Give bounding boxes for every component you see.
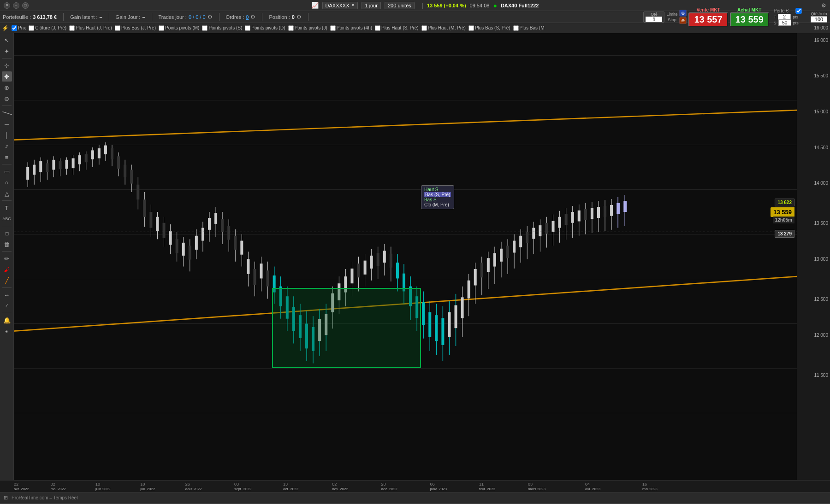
current-price: 13 559 (+0,04 %) [427,3,466,8]
polygon-tool[interactable]: △ [2,188,12,199]
trades-jour-value: 0 / 0 / 0 [189,14,206,20]
line-tool[interactable]: ╲ [0,105,14,120]
svg-rect-126 [396,263,399,278]
channel-tool[interactable]: ⫽ [2,141,12,151]
svg-rect-176 [558,217,561,228]
measure-tool[interactable]: ↔ [2,290,12,300]
symbol-selector[interactable]: DAXXXXX ▼ [322,2,358,9]
alarm-tool[interactable]: 🔔 [2,315,12,325]
ind-pivots-j[interactable]: Points pivots (J) [288,25,327,31]
position-settings-icon[interactable]: ⚙ [296,14,302,20]
pencil-tool[interactable]: ✏ [2,253,12,264]
pen-tool[interactable]: ╱ [2,275,12,286]
ind-plus-haut-s[interactable]: Plus Haut (S, Pré) [375,25,419,31]
units-selector[interactable]: 200 unités [385,2,415,9]
ellipse-tool[interactable]: ○ [2,177,12,188]
price-badge-current: 13 559 [771,207,794,217]
ind-prix[interactable]: Prix [12,25,26,31]
svg-rect-112 [350,269,353,283]
price-tick-14000: 14 000 [814,181,828,186]
svg-rect-58 [176,239,178,253]
perte-t-input[interactable] [778,14,791,20]
svg-rect-170 [539,225,541,236]
limit-stop-box: Limite Stop [666,12,677,22]
date-tick-sep22: 03sept. 2022 [234,482,251,491]
ind-pivots-4h[interactable]: Points pivots (4h) [330,25,372,31]
fib-tool[interactable]: ≡ [2,152,12,162]
angle-tool[interactable]: ∠ [2,301,12,311]
price-badge-time: 12h05m [773,217,794,223]
price-tick-13500: 13 500 [814,221,828,226]
stop-btn[interactable]: ⊕ [679,17,687,24]
ind-plus-bas-j[interactable]: Plus Bas (J, Pré) [115,25,156,31]
ind-plus-bas-m[interactable]: Plus Bas (M [513,25,545,31]
ind-plus-haut-m[interactable]: Plus Haut (M, Pré) [421,25,466,31]
bottom-bar: ⊞ ProRealTime.com – Temps Réel [0,492,830,503]
date-tick-mai22: 02mai 2022 [51,482,66,491]
close-btn[interactable]: ✕ [4,2,10,9]
price-tick-16000: 16 000 [814,38,828,43]
market-name: DAX40 Full1222 [501,3,539,8]
ordres-settings-icon[interactable]: ⚙ [250,14,255,20]
svg-rect-154 [487,258,490,272]
stop-label-order: Stop [668,18,676,22]
cursor-tool[interactable]: ↖ [2,35,12,45]
date-tick-jul22: 18juil. 2022 [140,482,155,491]
move-tool[interactable]: ✥ [2,71,12,82]
ind-pivots-d[interactable]: Points pivots (D) [245,25,285,31]
svg-rect-160 [506,246,509,258]
delete-tool[interactable]: 🗑 [2,239,12,249]
zoom-out-tool[interactable]: ⊖ [2,94,12,104]
price-tick-12000: 12 000 [814,333,828,338]
ind-plus-haut-j[interactable]: Plus Haut (J, Pré) [69,25,112,31]
label-tool[interactable]: ABC [2,214,12,224]
pointer-tool[interactable]: ✦ [2,46,12,56]
qte-auto-input[interactable] [811,16,827,23]
ind-pivots-m[interactable]: Points pivots (M) [159,25,199,31]
time-display: 09:54:08 [470,3,490,8]
top-toolbar: Portefeuille : 3 613,78 € Gain latent : … [0,11,830,23]
candle-group-2 [91,142,133,192]
max-btn[interactable]: □ [22,2,29,9]
perte-s-pts: pts [793,21,799,25]
vline-tool[interactable]: │ [2,130,12,140]
price-tick-14500: 14 500 [814,145,828,150]
svg-rect-24 [65,160,68,169]
pattern-tool[interactable]: ◈ [2,326,12,336]
source-label: ProRealTime.com – Temps Réel [12,495,77,500]
crosshair-tool[interactable]: ⊹ [2,60,12,70]
date-tick-jun22: 10juin 2022 [95,482,110,491]
ordres-value[interactable]: 0 [246,14,249,20]
svg-rect-116 [364,261,367,275]
vente-mkt-button[interactable]: 13 557 [688,12,728,27]
svg-rect-186 [591,208,593,219]
trades-settings-icon[interactable]: ⚙ [208,14,213,20]
svg-rect-54 [163,223,166,238]
text-tool[interactable]: T [2,203,12,213]
qte-auto-label: Qté Auto [811,12,827,16]
qty-input[interactable] [646,17,662,22]
timeframe-selector[interactable]: 1 jour [362,2,381,9]
rect-tool[interactable]: ▭ [2,166,12,176]
eraser-tool[interactable]: ◻ [2,228,12,238]
price-tick-11500: 11 500 [814,373,828,378]
chart-area[interactable]: Haut S Bas (S, Pré) Bas S Clo (M, Pré) 1… [14,33,797,480]
svg-rect-20 [52,160,55,170]
svg-rect-192 [610,205,613,216]
svg-rect-16 [39,161,42,172]
min-btn[interactable]: – [13,2,19,9]
zoom-in-tool[interactable]: ⊕ [2,82,12,93]
limit-btn[interactable]: ⊕ [679,10,687,17]
achat-mkt-button[interactable]: 13 559 [730,12,769,27]
ind-cloture[interactable]: Clôture (J, Pré) [29,25,66,31]
ind-plus-bas-s[interactable]: Plus Bas (S, Pré) [468,25,510,31]
position-label: Position : [269,14,290,20]
perte-t-label: T [774,15,777,19]
hline-tool[interactable]: ─ [2,119,12,129]
brush-tool[interactable]: 🖌 [2,264,12,275]
perte-s-input[interactable] [778,20,791,26]
candle-group-4 [182,207,243,271]
perte-auto-checkbox[interactable] [790,8,807,14]
chart-icon-bottom: ⊞ [4,495,8,501]
ind-pivots-s[interactable]: Points pivots (S) [202,25,242,31]
